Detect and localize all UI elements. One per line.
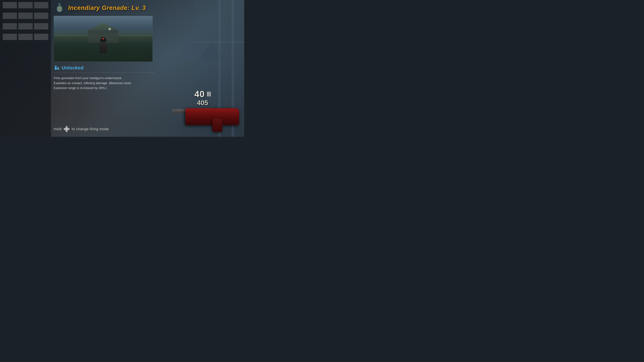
preview-container: [54, 16, 152, 62]
unlock-icon-svg: [54, 65, 60, 71]
svg-point-10: [58, 68, 58, 69]
sidebar-cell-2-2[interactable]: [18, 12, 32, 19]
desc-line3: Explosion range is increased by 30%.): [54, 86, 107, 90]
sidebar-row-2: [0, 10, 51, 21]
dpad-shape: [64, 126, 70, 132]
sidebar-row-1: [0, 0, 51, 10]
svg-point-7: [55, 66, 56, 67]
sidebar-cell-1-2[interactable]: [18, 2, 32, 8]
item-icon: [54, 2, 66, 14]
svg-point-4: [58, 7, 61, 11]
sidebar-cell-2-3[interactable]: [34, 12, 48, 19]
main-panel: Incendiary Grenade: Lv. 3: [54, 2, 156, 92]
bg-mountains: [165, 27, 232, 61]
bottom-hint: Hold to change firing mode: [54, 126, 109, 132]
status-text: Unlocked: [62, 65, 84, 70]
mountain-2: [198, 41, 225, 61]
weapon-grip: [212, 118, 222, 132]
weapon-area: [160, 86, 244, 137]
weapon-body: [180, 102, 239, 132]
character-body: [100, 43, 107, 53]
status-row: Unlocked: [54, 65, 156, 73]
sidebar-cell-2-1[interactable]: [3, 12, 17, 19]
hint-suffix: to change firing mode: [72, 127, 109, 131]
sidebar-row-4: [0, 32, 51, 42]
sidebar-cell-4-1[interactable]: [3, 34, 17, 40]
svg-rect-8: [55, 67, 57, 69]
dpad-icon: [64, 126, 70, 132]
unlock-status-icon: [54, 65, 60, 71]
item-icon-image: [54, 2, 66, 14]
desc-line2: Explodes on contact, inflicting damage. …: [54, 81, 132, 85]
sidebar-cell-3-3[interactable]: [34, 23, 48, 29]
description-area: Fires grenades from your handgun's under…: [54, 74, 156, 92]
building-roof: [86, 23, 120, 29]
sidebar: [0, 0, 51, 137]
item-title: Incendiary Grenade: Lv. 3: [68, 4, 146, 11]
hint-prefix: Hold: [54, 127, 62, 131]
sidebar-cell-3-2[interactable]: [18, 23, 32, 29]
sidebar-cell-4-2[interactable]: [18, 34, 32, 40]
sidebar-cell-3-1[interactable]: [3, 23, 17, 29]
scene-character: [97, 38, 109, 55]
desc-line1: Fires grenades from your handgun's under…: [54, 76, 122, 80]
preview-scene: [54, 16, 152, 62]
sidebar-row-3: [0, 21, 51, 32]
sidebar-cell-1-3[interactable]: [34, 2, 48, 8]
description-text: Fires grenades from your handgun's under…: [54, 76, 156, 91]
svg-rect-2: [59, 4, 60, 6]
character-head: [100, 37, 106, 42]
sidebar-cell-1-1[interactable]: [3, 2, 17, 8]
grenade-icon-svg: [54, 3, 64, 13]
sidebar-cell-4-3[interactable]: [34, 34, 48, 40]
title-row: Incendiary Grenade: Lv. 3: [54, 2, 156, 14]
